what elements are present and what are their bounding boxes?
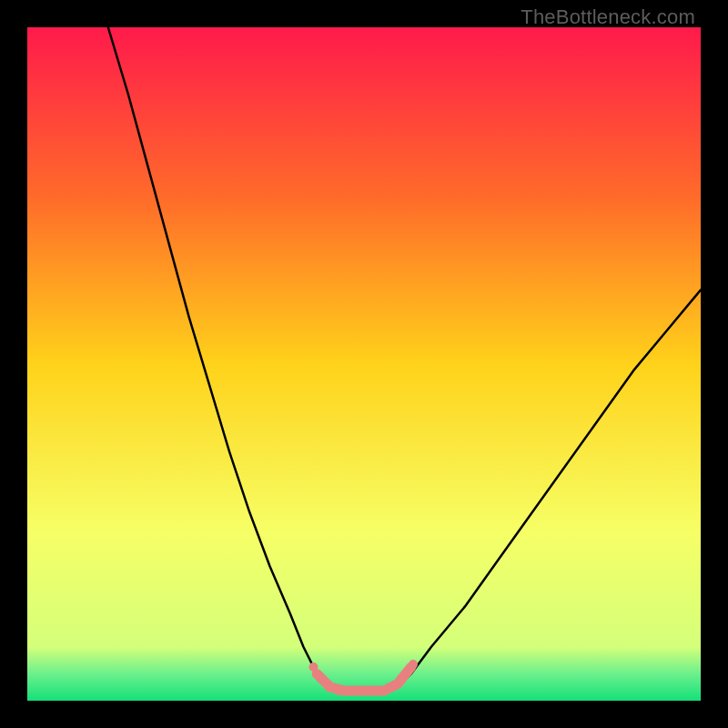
marker-point bbox=[317, 674, 326, 683]
marker-point bbox=[409, 660, 418, 669]
plot-area bbox=[27, 27, 701, 701]
marker-point bbox=[334, 686, 343, 695]
marker-point bbox=[393, 680, 402, 689]
chart-svg bbox=[27, 27, 701, 701]
marker-point bbox=[309, 662, 318, 672]
marker-point bbox=[384, 684, 393, 693]
watermark-text: TheBottleneck.com bbox=[521, 5, 695, 29]
outer-frame: TheBottleneck.com bbox=[0, 0, 728, 728]
marker-point bbox=[346, 686, 355, 695]
marker-point bbox=[325, 682, 334, 692]
marker-point bbox=[359, 686, 369, 695]
marker-point bbox=[373, 686, 382, 695]
gradient-background bbox=[27, 27, 701, 701]
